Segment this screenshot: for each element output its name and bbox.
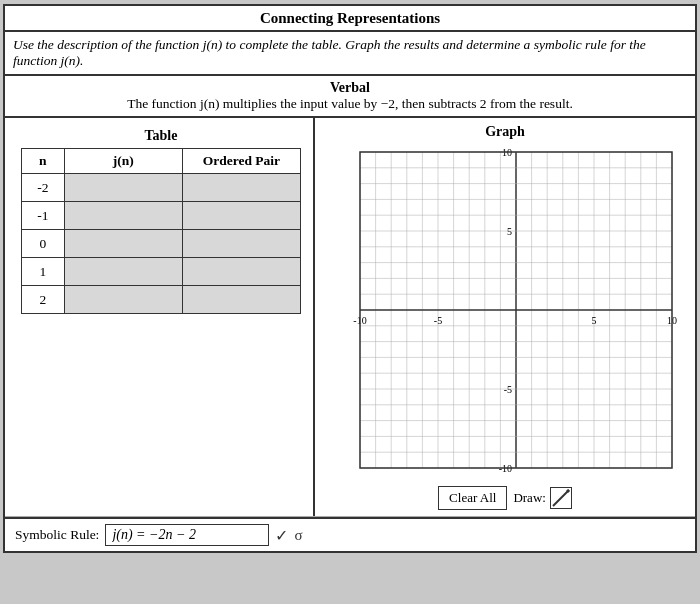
jn-input-cell[interactable] <box>64 258 182 286</box>
table-row: -2 <box>22 174 301 202</box>
pair-input-cell[interactable] <box>182 230 300 258</box>
instruction-box: Use the description of the function j(n)… <box>5 32 695 76</box>
table-label: Table <box>145 128 178 144</box>
draw-label: Draw: <box>513 490 546 506</box>
graph-svg: -10-5510105-5-10 <box>324 142 686 482</box>
pair-input-cell[interactable] <box>182 286 300 314</box>
pair-input[interactable] <box>183 202 300 229</box>
jn-input[interactable] <box>65 174 182 201</box>
pair-input[interactable] <box>183 258 300 285</box>
page-title: Connecting Representations <box>5 6 695 32</box>
verbal-section: Verbal The function j(n) multiplies the … <box>5 76 695 118</box>
draw-icon[interactable] <box>550 487 572 509</box>
n-value: -1 <box>22 202 65 230</box>
jn-input[interactable] <box>65 258 182 285</box>
sigma-icon[interactable]: σ <box>294 527 302 544</box>
svg-line-51 <box>553 490 569 506</box>
jn-input-cell[interactable] <box>64 174 182 202</box>
check-icon[interactable]: ✓ <box>275 526 288 545</box>
pair-input[interactable] <box>183 174 300 201</box>
pair-input[interactable] <box>183 230 300 257</box>
n-value: 1 <box>22 258 65 286</box>
jn-input-cell[interactable] <box>64 286 182 314</box>
clear-all-button[interactable]: Clear All <box>438 486 507 510</box>
n-value: 2 <box>22 286 65 314</box>
graph-wrapper: -10-5510105-5-10 <box>324 142 686 482</box>
data-table: n j(n) Ordered Pair -2-1012 <box>21 148 301 314</box>
pair-input[interactable] <box>183 286 300 313</box>
graph-buttons: Clear All Draw: <box>438 486 572 510</box>
instruction-text: Use the description of the function j(n)… <box>13 37 646 68</box>
table-row: 1 <box>22 258 301 286</box>
pair-input-cell[interactable] <box>182 258 300 286</box>
jn-input-cell[interactable] <box>64 230 182 258</box>
jn-input[interactable] <box>65 230 182 257</box>
jn-input[interactable] <box>65 202 182 229</box>
table-row: 2 <box>22 286 301 314</box>
verbal-title: Verbal <box>13 80 687 96</box>
table-row: -1 <box>22 202 301 230</box>
svg-text:5: 5 <box>507 226 512 237</box>
table-row: 0 <box>22 230 301 258</box>
table-section: Table n j(n) Ordered Pair -2-1012 <box>5 118 315 516</box>
svg-text:5: 5 <box>592 315 597 326</box>
symbolic-label: Symbolic Rule: <box>15 527 99 543</box>
symbolic-input-wrapper <box>105 524 269 546</box>
symbolic-row: Symbolic Rule: ✓ σ <box>5 517 695 551</box>
main-container: Connecting Representations Use the descr… <box>3 4 697 553</box>
col-header-jn: j(n) <box>64 149 182 174</box>
svg-text:-5: -5 <box>504 384 512 395</box>
symbolic-input[interactable] <box>112 527 262 543</box>
graph-section: Graph -10-5510105-5-10 Clear All Draw: <box>315 118 695 516</box>
content-row: Table n j(n) Ordered Pair -2-1012 Graph <box>5 118 695 517</box>
graph-label: Graph <box>485 124 525 140</box>
jn-input-cell[interactable] <box>64 202 182 230</box>
jn-input[interactable] <box>65 286 182 313</box>
pair-input-cell[interactable] <box>182 202 300 230</box>
pair-input-cell[interactable] <box>182 174 300 202</box>
verbal-text: The function j(n) multiplies the input v… <box>13 96 687 112</box>
n-value: -2 <box>22 174 65 202</box>
col-header-pair: Ordered Pair <box>182 149 300 174</box>
svg-text:-5: -5 <box>434 315 442 326</box>
n-value: 0 <box>22 230 65 258</box>
col-header-n: n <box>22 149 65 174</box>
